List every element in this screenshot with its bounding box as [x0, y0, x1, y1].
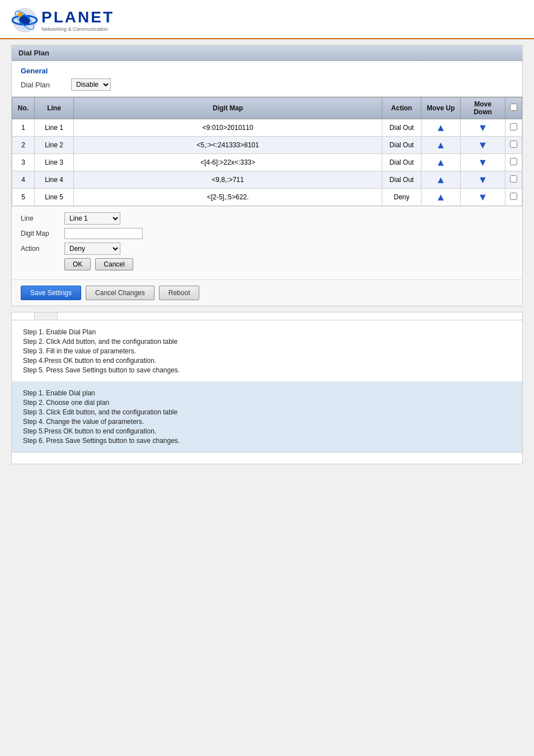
table-row: 5 Line 5 <[2-5],:5>622. Deny: [12, 189, 522, 206]
help-step: Step 3. Click Edit button, and the confi…: [23, 408, 511, 416]
table-row: 3 Line 3 <[4-6]:>22x<:333> Dial Out: [12, 154, 522, 171]
move-up-button[interactable]: [435, 139, 447, 151]
move-up-button[interactable]: [435, 192, 447, 203]
cell-action: Dial Out: [382, 171, 421, 189]
cell-checkbox[interactable]: [505, 189, 522, 206]
cell-move-up[interactable]: [421, 119, 461, 137]
help-step: Step 2. Click Add button, and the config…: [23, 338, 511, 346]
cell-digit-map: <9:010>2010110: [74, 119, 382, 137]
help-step: Step 3. Fill in the value of parameters.: [23, 347, 511, 355]
svg-point-4: [18, 12, 22, 17]
planet-logo-icon: [11, 7, 38, 34]
move-down-button[interactable]: [477, 139, 489, 151]
row-checkbox[interactable]: [510, 141, 517, 148]
logo-tagline: Networking & Communication: [41, 26, 114, 32]
ok-button[interactable]: OK: [64, 258, 91, 270]
help-add-section: Step 1. Enable Dial PlanStep 2. Click Ad…: [12, 320, 522, 381]
cell-move-down[interactable]: [461, 154, 505, 171]
cell-line: Line 3: [35, 154, 74, 171]
cell-action: Dial Out: [382, 137, 421, 154]
save-settings-button[interactable]: Save Settings: [21, 286, 81, 300]
cell-line: Line 4: [35, 171, 74, 189]
col-header-digit-map: Digit Map: [74, 97, 382, 119]
help-step: Step 5.Press OK button to end configurat…: [23, 427, 511, 435]
cell-move-up[interactable]: [421, 137, 461, 154]
cell-digit-map: <[2-5],:5>622.: [74, 189, 382, 206]
digit-map-form-label: Digit Map: [21, 230, 60, 237]
col-header-no: No.: [12, 97, 35, 119]
col-header-move-down: Move Down: [461, 97, 505, 119]
help-edit-section: Step 1. Enable Dial planStep 2. Choose o…: [12, 381, 522, 452]
line-select[interactable]: Line 1 Line 2 Line 3 Line 4 Line 5: [64, 212, 120, 225]
digit-map-input[interactable]: [64, 228, 143, 239]
section-header: Dial Plan: [12, 45, 522, 61]
move-down-button[interactable]: [477, 122, 489, 133]
cell-checkbox[interactable]: [505, 154, 522, 171]
cell-no: 3: [12, 154, 35, 171]
help-bottom-padding: [12, 452, 522, 464]
reboot-button[interactable]: Reboot: [159, 286, 200, 300]
cell-checkbox[interactable]: [505, 171, 522, 189]
col-header-move-up: Move Up: [421, 97, 461, 119]
cell-checkbox[interactable]: [505, 119, 522, 137]
dial-plan-table: No. Line Digit Map Action Move Up Move D…: [12, 97, 522, 206]
action-form-label: Action: [21, 245, 60, 253]
table-row: 4 Line 4 <9,8,:>711 Dial Out: [12, 171, 522, 189]
move-up-button[interactable]: [435, 157, 447, 168]
cell-line: Line 1: [35, 119, 74, 137]
cell-move-up[interactable]: [421, 154, 461, 171]
cell-move-up[interactable]: [421, 189, 461, 206]
help-container: Step 1. Enable Dial PlanStep 2. Click Ad…: [11, 312, 523, 464]
cell-checkbox[interactable]: [505, 137, 522, 154]
cell-digit-map: <5,:><:241333>8101: [74, 137, 382, 154]
cell-move-down[interactable]: [461, 137, 505, 154]
line-form-label: Line: [21, 214, 60, 222]
help-tab-add[interactable]: [12, 312, 35, 320]
row-checkbox[interactable]: [510, 193, 517, 200]
table-row: 2 Line 2 <5,:><:241333>8101 Dial Out: [12, 137, 522, 154]
move-down-button[interactable]: [477, 157, 489, 168]
row-checkbox[interactable]: [510, 158, 517, 165]
logo-area: PLANET Networking & Communication: [0, 0, 534, 39]
cell-no: 4: [12, 171, 35, 189]
row-checkbox[interactable]: [510, 175, 517, 183]
dial-plan-label: Dial Plan: [21, 81, 65, 89]
dial-plan-select-wrapper: Disable Enable: [71, 78, 111, 91]
move-up-button[interactable]: [435, 174, 447, 185]
cell-no: 1: [12, 119, 35, 137]
add-form: Line Line 1 Line 2 Line 3 Line 4 Line 5 …: [12, 206, 522, 279]
cell-action: Deny: [382, 189, 421, 206]
help-step: Step 1. Enable Dial Plan: [23, 328, 511, 336]
cell-line: Line 2: [35, 137, 74, 154]
col-header-check: [505, 97, 522, 119]
move-down-button[interactable]: [477, 192, 489, 203]
bottom-buttons-area: Save Settings Cancel Changes Reboot: [12, 279, 522, 306]
table-row: 1 Line 1 <9:010>2010110 Dial Out: [12, 119, 522, 137]
general-section: General Dial Plan Disable Enable: [12, 61, 522, 97]
cell-no: 5: [12, 189, 35, 206]
help-tab-edit[interactable]: [35, 312, 58, 320]
move-down-button[interactable]: [477, 174, 489, 185]
cell-action: Dial Out: [382, 154, 421, 171]
move-up-button[interactable]: [435, 122, 447, 133]
select-all-checkbox[interactable]: [510, 104, 517, 111]
cell-move-down[interactable]: [461, 189, 505, 206]
action-select[interactable]: Deny Dial Out: [64, 242, 120, 255]
help-step: Step 4. Change the value of parameters.: [23, 418, 511, 426]
row-checkbox[interactable]: [510, 123, 517, 130]
cell-move-down[interactable]: [461, 171, 505, 189]
form-cancel-button[interactable]: Cancel: [95, 258, 133, 270]
cancel-changes-button[interactable]: Cancel Changes: [86, 286, 154, 300]
dial-plan-select[interactable]: Disable Enable: [71, 78, 111, 91]
cell-move-down[interactable]: [461, 119, 505, 137]
general-title: General: [21, 67, 513, 75]
cell-move-up[interactable]: [421, 171, 461, 189]
logo-name: PLANET: [41, 8, 114, 26]
help-tabs: [12, 312, 522, 320]
col-header-action: Action: [382, 97, 421, 119]
help-step: Step 4.Press OK button to end configurat…: [23, 357, 511, 365]
help-step: Step 2. Choose one dial plan: [23, 399, 511, 407]
dial-plan-table-wrapper: No. Line Digit Map Action Move Up Move D…: [12, 97, 522, 206]
cell-action: Dial Out: [382, 119, 421, 137]
cell-line: Line 5: [35, 189, 74, 206]
